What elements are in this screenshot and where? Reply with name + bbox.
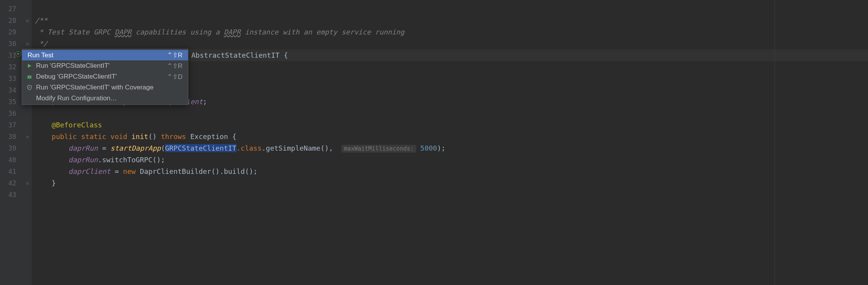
fold-expand-icon[interactable]: ⊟ <box>23 131 32 142</box>
context-menu-header: Run Test ⌃⇧R <box>22 50 188 60</box>
menu-item-coverage[interactable]: Run 'GRPCStateClientIT' with Coverage <box>22 82 188 93</box>
svg-line-9 <box>28 78 29 79</box>
line-number: 32 <box>0 61 16 73</box>
menu-label: Modify Run Configuration… <box>36 94 183 102</box>
line-number: 40 <box>0 154 16 166</box>
code-line[interactable]: daprRun = startDaprApp(GRPCStateClientIT… <box>32 142 868 154</box>
code-line[interactable]: /** <box>32 15 868 26</box>
parameter-hint: maxWaitMilliseconds: <box>341 145 416 153</box>
empty-icon <box>26 95 33 102</box>
menu-label: Run 'GRPCStateClientIT' with Coverage <box>36 84 183 91</box>
svg-line-10 <box>31 78 32 79</box>
line-number: 42 <box>0 177 16 189</box>
line-number-gutter: 27 28 29 30 31 32 33 34 35 36 37 38 39 4… <box>0 0 23 285</box>
line-number: 34 <box>0 84 16 96</box>
field-daprclient: daprClient <box>69 167 110 175</box>
line-number: 27 <box>0 3 16 15</box>
method-init: init <box>131 132 148 141</box>
super-class: AbstractStateClientIT { <box>191 51 288 59</box>
fold-collapse-icon[interactable]: ⊟ <box>23 177 32 189</box>
line-number: 37 <box>0 119 16 131</box>
menu-shortcut: ⌃⇧R <box>167 62 183 70</box>
line-number: 30 <box>0 38 16 50</box>
javadoc-close: */ <box>35 39 48 48</box>
right-margin-line <box>775 0 775 285</box>
code-line[interactable]: public static void init() throws Excepti… <box>32 131 868 142</box>
bug-icon <box>26 73 33 80</box>
code-line[interactable]: @BeforeClass <box>32 119 868 131</box>
line-number: 38 <box>0 131 16 142</box>
keyword-new: new <box>123 167 140 175</box>
shield-play-icon <box>26 84 33 91</box>
number-literal: 5000 <box>416 144 437 152</box>
code-line[interactable]: * Test State GRPC DAPR capabilities usin… <box>32 26 868 38</box>
method-startdaprapp: startDaprApp <box>110 144 161 152</box>
svg-marker-2 <box>28 64 31 68</box>
field-daprrun: daprRun <box>69 144 98 152</box>
editor-area: 27 28 29 30 31 32 33 34 35 36 37 38 39 4… <box>0 0 868 285</box>
code-line[interactable]: } <box>32 177 868 189</box>
menu-item-debug[interactable]: Debug 'GRPCStateClientIT' ⌃⇧D <box>22 71 188 82</box>
line-number: 28 <box>0 15 16 26</box>
javadoc-text: * Test State GRPC DAPR capabilities usin… <box>35 28 405 36</box>
annotation-beforeclass: @BeforeClass <box>52 121 102 129</box>
line-number: 33 <box>0 73 16 84</box>
line-number: 31 <box>0 50 16 61</box>
menu-label: Debug 'GRPCStateClientIT' <box>36 73 159 81</box>
javadoc-open: /** <box>35 16 48 24</box>
line-number: 36 <box>0 108 16 119</box>
menu-shortcut: ⌃⇧D <box>167 73 183 81</box>
line-number: 35 <box>0 96 16 108</box>
menu-label: Run 'GRPCStateClientIT' <box>36 62 159 70</box>
line-number: 43 <box>0 189 16 201</box>
code-area[interactable]: /** * Test State GRPC DAPR capabilities … <box>32 0 868 285</box>
svg-marker-11 <box>29 87 31 88</box>
svg-line-6 <box>31 76 32 76</box>
line-number: 41 <box>0 166 16 177</box>
code-line[interactable] <box>32 3 868 15</box>
svg-line-5 <box>28 76 29 76</box>
class-ref-highlighted: GRPCStateClientIT <box>165 144 236 152</box>
code-line[interactable]: daprRun.switchToGRPC(); <box>32 154 868 166</box>
run-test-context-menu: Run Test ⌃⇧R Run 'GRPCStateClientIT' ⌃⇧R… <box>22 49 188 105</box>
code-line[interactable]: */ <box>32 38 868 50</box>
line-number: 39 <box>0 142 16 154</box>
menu-item-run[interactable]: Run 'GRPCStateClientIT' ⌃⇧R <box>22 60 188 71</box>
fold-collapse-icon[interactable]: ⊟ <box>23 38 32 50</box>
keyword-public-static-void: public static void <box>52 132 131 141</box>
code-line[interactable]: daprClient = new DaprClientBuilder().bui… <box>32 166 868 177</box>
code-line[interactable] <box>32 189 868 201</box>
fold-gutter: ⊟ ⊟ ⊟ ⊟ ⊟ <box>23 0 32 285</box>
line-number: 29 <box>0 26 16 38</box>
menu-item-modify-config[interactable]: Modify Run Configuration… <box>22 93 188 104</box>
field-daprrun: daprRun <box>69 156 98 164</box>
keyword-throws: throws <box>161 132 190 141</box>
fold-expand-icon[interactable]: ⊟ <box>23 15 32 26</box>
context-menu-title: Run Test <box>28 52 53 59</box>
run-test-gutter-icon[interactable] <box>16 51 21 57</box>
context-menu-shortcut: ⌃⇧R <box>167 51 183 59</box>
play-icon <box>26 62 33 69</box>
code-line[interactable] <box>32 108 868 119</box>
